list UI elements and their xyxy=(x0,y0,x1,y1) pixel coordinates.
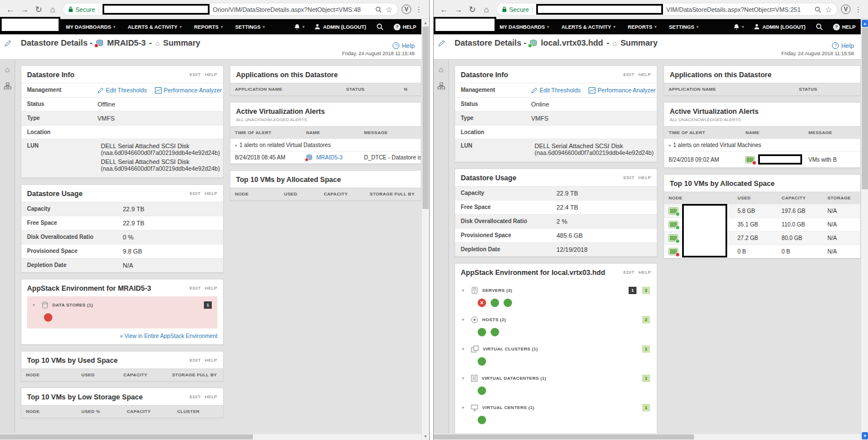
vertical-scrollbar[interactable]: ▲ ▼ xyxy=(861,19,868,440)
alert-name-link[interactable]: MRAID5-3 xyxy=(316,154,342,161)
status-up-icon[interactable] xyxy=(478,357,486,366)
edit-thresholds-link[interactable]: Edit Thresholds xyxy=(97,87,147,94)
help-link[interactable]: HELP xyxy=(205,191,218,196)
home-button[interactable]: ⌂ xyxy=(46,3,59,16)
nav-alerts-activity[interactable]: ALERTS & ACTIVITY▾ xyxy=(555,19,622,34)
extension-v-icon[interactable]: V xyxy=(841,5,851,14)
forward-button[interactable]: → xyxy=(18,3,31,16)
reload-button[interactable]: ↻ xyxy=(32,3,45,16)
home-icon[interactable]: ⌂ xyxy=(439,65,443,73)
browser-menu-icon[interactable]: ⋮ xyxy=(412,3,425,16)
edit-link[interactable]: EDIT xyxy=(190,394,201,399)
bookmark-star-icon[interactable]: ☆ xyxy=(385,6,393,14)
address-bar[interactable]: Secure Orion/VIM/DataStoreDetails.aspx?N… xyxy=(63,3,398,16)
screen: ← → ↻ ⌂ Secure Orion/VIM/DataStoreDetail… xyxy=(0,0,868,440)
performance-analyzer-link[interactable]: Performance Analyzer xyxy=(589,87,656,94)
sitemap-icon[interactable] xyxy=(438,82,445,90)
edit-page-pencil-icon[interactable] xyxy=(438,40,445,47)
bookmark-star-icon[interactable]: ☆ xyxy=(825,6,832,14)
admin-logout[interactable]: ADMIN (LOGOUT) xyxy=(309,19,371,34)
help-link[interactable]: HELP xyxy=(205,286,218,291)
status-up-icon[interactable] xyxy=(491,299,499,307)
alert-group-row[interactable]: ▾1 alerts on related Virtual Machines xyxy=(664,139,860,152)
secure-badge[interactable]: Secure xyxy=(502,6,529,13)
alert-group-row[interactable]: ▾1 alerts on related Virtual Datastores xyxy=(230,139,421,152)
performance-analyzer-link[interactable]: Performance Analyzer xyxy=(155,87,222,94)
zoom-icon[interactable] xyxy=(375,6,382,13)
secure-badge[interactable]: Secure xyxy=(68,6,95,13)
host-icon xyxy=(471,316,478,323)
edit-page-pencil-icon[interactable] xyxy=(5,40,11,47)
scrollbar-thumb[interactable] xyxy=(0,434,253,439)
admin-logout[interactable]: ADMIN (LOGOUT) xyxy=(749,19,811,34)
collapse-caret-icon[interactable]: ▾ xyxy=(462,317,467,322)
collapse-caret-icon[interactable]: ▾ xyxy=(33,303,38,308)
page-help-link[interactable]: ?Help xyxy=(393,42,415,49)
home-button[interactable]: ⌂ xyxy=(480,3,493,16)
notifications-bell[interactable]: ▾ xyxy=(728,19,749,34)
datastore-name: MRAID5-3 xyxy=(107,38,145,47)
status-up-icon[interactable] xyxy=(504,299,512,307)
back-button[interactable]: ← xyxy=(4,3,17,16)
horizontal-scrollbar[interactable] xyxy=(0,433,421,440)
help-link[interactable]: HELP xyxy=(639,270,652,275)
status-up-icon[interactable] xyxy=(478,328,486,336)
back-button[interactable]: ← xyxy=(438,3,451,16)
collapse-caret-icon[interactable]: ▾ xyxy=(462,376,467,381)
collapse-caret-icon[interactable]: ▾ xyxy=(462,288,467,293)
nav-settings[interactable]: SETTINGS▾ xyxy=(229,19,271,34)
nav-search[interactable] xyxy=(811,19,828,34)
nav-search[interactable] xyxy=(371,19,389,34)
nav-reports[interactable]: REPORTS▾ xyxy=(622,19,663,34)
horizontal-scrollbar[interactable] xyxy=(434,433,861,440)
edit-thresholds-link[interactable]: Edit Thresholds xyxy=(531,87,581,94)
edit-link[interactable]: EDIT xyxy=(190,72,201,77)
zoom-icon[interactable] xyxy=(814,6,821,13)
scroll-up-arrow[interactable]: ▲ xyxy=(422,19,429,26)
edit-link[interactable]: EDIT xyxy=(190,358,201,363)
collapse-caret-icon[interactable]: ▾ xyxy=(462,405,467,410)
status-down-icon[interactable] xyxy=(44,313,52,322)
edit-link[interactable]: EDIT xyxy=(624,270,635,275)
home-icon[interactable]: ⌂ xyxy=(5,65,10,73)
status-up-icon[interactable] xyxy=(491,328,499,336)
view-appstack-link[interactable]: » View in Entire AppStack Environment xyxy=(120,333,217,339)
scroll-up-arrow[interactable]: ▲ xyxy=(862,20,868,27)
scroll-down-arrow[interactable]: ▼ xyxy=(862,432,868,439)
forward-button[interactable]: → xyxy=(452,3,465,16)
nav-settings[interactable]: SETTINGS▾ xyxy=(663,19,705,34)
browser-menu-icon[interactable]: ⋮ xyxy=(852,3,865,16)
vertical-scrollbar[interactable]: ▲ ▼ xyxy=(421,19,429,440)
help-link[interactable]: HELP xyxy=(639,72,652,77)
help-link[interactable]: HELP xyxy=(639,175,652,180)
reload-button[interactable]: ↻ xyxy=(466,3,479,16)
nav-help[interactable]: ? HELP xyxy=(828,19,861,34)
address-bar[interactable]: Secure VIM/DataStoreDetails.aspx?NetObje… xyxy=(496,3,838,16)
status-up-icon[interactable] xyxy=(478,386,486,395)
status-up-icon xyxy=(675,239,680,243)
edit-link[interactable]: EDIT xyxy=(190,191,201,196)
status-down-icon[interactable]: × xyxy=(478,299,486,307)
collapse-caret-icon[interactable]: ▾ xyxy=(462,346,467,352)
nav-alerts-activity[interactable]: ALERTS & ACTIVITY▾ xyxy=(122,19,188,34)
help-link[interactable]: HELP xyxy=(205,72,218,77)
help-link[interactable]: HELP xyxy=(205,358,218,363)
extension-v-icon[interactable]: V xyxy=(402,5,411,14)
scrollbar-thumb[interactable] xyxy=(422,26,429,209)
edit-link[interactable]: EDIT xyxy=(190,286,201,291)
nav-my-dashboards[interactable]: MY DASHBOARDS▾ xyxy=(493,19,555,34)
scrollbar-thumb[interactable] xyxy=(862,28,868,189)
scroll-down-arrow[interactable]: ▼ xyxy=(422,433,429,440)
edit-link[interactable]: EDIT xyxy=(624,175,635,180)
page-help-link[interactable]: ?Help xyxy=(832,42,854,49)
edit-link[interactable]: EDIT xyxy=(624,72,635,77)
notifications-bell[interactable]: ▾ xyxy=(289,19,310,34)
page-header: Datastore Details - MRAID5-3 - ⌂ Summary… xyxy=(0,34,421,60)
nav-my-dashboards[interactable]: MY DASHBOARDS▾ xyxy=(60,19,122,34)
help-link[interactable]: HELP xyxy=(205,394,218,399)
scrollbar-thumb[interactable] xyxy=(434,434,694,439)
sitemap-icon[interactable] xyxy=(4,82,11,90)
nav-reports[interactable]: REPORTS▾ xyxy=(188,19,229,34)
status-up-icon[interactable] xyxy=(478,416,486,424)
nav-help[interactable]: ? HELP xyxy=(389,19,421,34)
